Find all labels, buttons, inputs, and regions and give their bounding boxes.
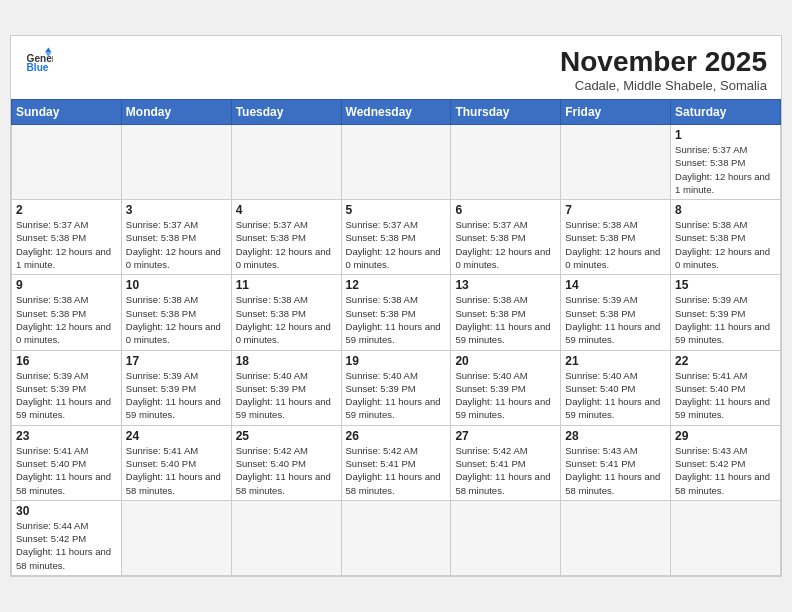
- day-info: Sunrise: 5:38 AM Sunset: 5:38 PM Dayligh…: [16, 293, 117, 346]
- day-cell: 9Sunrise: 5:38 AM Sunset: 5:38 PM Daylig…: [12, 275, 122, 350]
- day-cell: 24Sunrise: 5:41 AM Sunset: 5:40 PM Dayli…: [121, 425, 231, 500]
- day-cell: 15Sunrise: 5:39 AM Sunset: 5:39 PM Dayli…: [671, 275, 781, 350]
- day-number: 4: [236, 203, 337, 217]
- day-number: 2: [16, 203, 117, 217]
- week-row-5: 30Sunrise: 5:44 AM Sunset: 5:42 PM Dayli…: [12, 500, 781, 575]
- day-cell: 21Sunrise: 5:40 AM Sunset: 5:40 PM Dayli…: [561, 350, 671, 425]
- day-number: 17: [126, 354, 227, 368]
- day-number: 27: [455, 429, 556, 443]
- weekday-header-tuesday: Tuesday: [231, 99, 341, 124]
- day-cell: [341, 124, 451, 199]
- day-number: 21: [565, 354, 666, 368]
- day-info: Sunrise: 5:43 AM Sunset: 5:42 PM Dayligh…: [675, 444, 776, 497]
- day-info: Sunrise: 5:38 AM Sunset: 5:38 PM Dayligh…: [126, 293, 227, 346]
- day-cell: 22Sunrise: 5:41 AM Sunset: 5:40 PM Dayli…: [671, 350, 781, 425]
- day-number: 10: [126, 278, 227, 292]
- calendar-header: General Blue November 2025 Cadale, Middl…: [11, 36, 781, 99]
- calendar-body: 1Sunrise: 5:37 AM Sunset: 5:38 PM Daylig…: [12, 124, 781, 575]
- day-cell: 14Sunrise: 5:39 AM Sunset: 5:38 PM Dayli…: [561, 275, 671, 350]
- day-info: Sunrise: 5:39 AM Sunset: 5:38 PM Dayligh…: [565, 293, 666, 346]
- day-info: Sunrise: 5:38 AM Sunset: 5:38 PM Dayligh…: [565, 218, 666, 271]
- svg-marker-2: [45, 47, 51, 52]
- day-cell: 12Sunrise: 5:38 AM Sunset: 5:38 PM Dayli…: [341, 275, 451, 350]
- day-info: Sunrise: 5:42 AM Sunset: 5:41 PM Dayligh…: [455, 444, 556, 497]
- day-number: 24: [126, 429, 227, 443]
- day-number: 1: [675, 128, 776, 142]
- day-cell: 26Sunrise: 5:42 AM Sunset: 5:41 PM Dayli…: [341, 425, 451, 500]
- day-cell: [671, 500, 781, 575]
- day-cell: 23Sunrise: 5:41 AM Sunset: 5:40 PM Dayli…: [12, 425, 122, 500]
- day-cell: [561, 124, 671, 199]
- logo-icon: General Blue: [25, 46, 53, 74]
- day-cell: 1Sunrise: 5:37 AM Sunset: 5:38 PM Daylig…: [671, 124, 781, 199]
- day-cell: 27Sunrise: 5:42 AM Sunset: 5:41 PM Dayli…: [451, 425, 561, 500]
- day-info: Sunrise: 5:43 AM Sunset: 5:41 PM Dayligh…: [565, 444, 666, 497]
- day-info: Sunrise: 5:41 AM Sunset: 5:40 PM Dayligh…: [126, 444, 227, 497]
- day-info: Sunrise: 5:37 AM Sunset: 5:38 PM Dayligh…: [126, 218, 227, 271]
- day-number: 25: [236, 429, 337, 443]
- day-info: Sunrise: 5:39 AM Sunset: 5:39 PM Dayligh…: [126, 369, 227, 422]
- day-info: Sunrise: 5:37 AM Sunset: 5:38 PM Dayligh…: [346, 218, 447, 271]
- calendar-container: General Blue November 2025 Cadale, Middl…: [10, 35, 782, 577]
- week-row-3: 16Sunrise: 5:39 AM Sunset: 5:39 PM Dayli…: [12, 350, 781, 425]
- day-cell: [12, 124, 122, 199]
- day-info: Sunrise: 5:39 AM Sunset: 5:39 PM Dayligh…: [16, 369, 117, 422]
- day-number: 26: [346, 429, 447, 443]
- day-number: 16: [16, 354, 117, 368]
- day-cell: [231, 124, 341, 199]
- day-cell: [121, 500, 231, 575]
- day-cell: 19Sunrise: 5:40 AM Sunset: 5:39 PM Dayli…: [341, 350, 451, 425]
- day-number: 30: [16, 504, 117, 518]
- day-number: 29: [675, 429, 776, 443]
- day-cell: 18Sunrise: 5:40 AM Sunset: 5:39 PM Dayli…: [231, 350, 341, 425]
- day-cell: 25Sunrise: 5:42 AM Sunset: 5:40 PM Dayli…: [231, 425, 341, 500]
- day-number: 7: [565, 203, 666, 217]
- svg-text:Blue: Blue: [27, 62, 49, 73]
- day-number: 14: [565, 278, 666, 292]
- day-cell: 4Sunrise: 5:37 AM Sunset: 5:38 PM Daylig…: [231, 200, 341, 275]
- day-cell: [451, 124, 561, 199]
- day-cell: 6Sunrise: 5:37 AM Sunset: 5:38 PM Daylig…: [451, 200, 561, 275]
- day-cell: [121, 124, 231, 199]
- month-title: November 2025: [560, 46, 767, 78]
- day-info: Sunrise: 5:38 AM Sunset: 5:38 PM Dayligh…: [455, 293, 556, 346]
- week-row-0: 1Sunrise: 5:37 AM Sunset: 5:38 PM Daylig…: [12, 124, 781, 199]
- day-info: Sunrise: 5:41 AM Sunset: 5:40 PM Dayligh…: [675, 369, 776, 422]
- day-info: Sunrise: 5:39 AM Sunset: 5:39 PM Dayligh…: [675, 293, 776, 346]
- day-number: 15: [675, 278, 776, 292]
- day-cell: 28Sunrise: 5:43 AM Sunset: 5:41 PM Dayli…: [561, 425, 671, 500]
- day-number: 8: [675, 203, 776, 217]
- day-cell: 10Sunrise: 5:38 AM Sunset: 5:38 PM Dayli…: [121, 275, 231, 350]
- day-info: Sunrise: 5:40 AM Sunset: 5:39 PM Dayligh…: [236, 369, 337, 422]
- day-cell: 8Sunrise: 5:38 AM Sunset: 5:38 PM Daylig…: [671, 200, 781, 275]
- day-cell: 29Sunrise: 5:43 AM Sunset: 5:42 PM Dayli…: [671, 425, 781, 500]
- day-info: Sunrise: 5:42 AM Sunset: 5:41 PM Dayligh…: [346, 444, 447, 497]
- day-cell: 5Sunrise: 5:37 AM Sunset: 5:38 PM Daylig…: [341, 200, 451, 275]
- day-cell: [451, 500, 561, 575]
- week-row-4: 23Sunrise: 5:41 AM Sunset: 5:40 PM Dayli…: [12, 425, 781, 500]
- day-cell: 11Sunrise: 5:38 AM Sunset: 5:38 PM Dayli…: [231, 275, 341, 350]
- day-info: Sunrise: 5:37 AM Sunset: 5:38 PM Dayligh…: [16, 218, 117, 271]
- day-number: 12: [346, 278, 447, 292]
- day-info: Sunrise: 5:37 AM Sunset: 5:38 PM Dayligh…: [455, 218, 556, 271]
- day-info: Sunrise: 5:37 AM Sunset: 5:38 PM Dayligh…: [236, 218, 337, 271]
- day-cell: [231, 500, 341, 575]
- day-info: Sunrise: 5:38 AM Sunset: 5:38 PM Dayligh…: [675, 218, 776, 271]
- day-cell: 7Sunrise: 5:38 AM Sunset: 5:38 PM Daylig…: [561, 200, 671, 275]
- week-row-2: 9Sunrise: 5:38 AM Sunset: 5:38 PM Daylig…: [12, 275, 781, 350]
- weekday-header-row: SundayMondayTuesdayWednesdayThursdayFrid…: [12, 99, 781, 124]
- weekday-header-saturday: Saturday: [671, 99, 781, 124]
- day-info: Sunrise: 5:40 AM Sunset: 5:39 PM Dayligh…: [346, 369, 447, 422]
- day-info: Sunrise: 5:40 AM Sunset: 5:40 PM Dayligh…: [565, 369, 666, 422]
- day-info: Sunrise: 5:44 AM Sunset: 5:42 PM Dayligh…: [16, 519, 117, 572]
- weekday-header-sunday: Sunday: [12, 99, 122, 124]
- day-number: 3: [126, 203, 227, 217]
- day-number: 22: [675, 354, 776, 368]
- day-cell: 30Sunrise: 5:44 AM Sunset: 5:42 PM Dayli…: [12, 500, 122, 575]
- location-subtitle: Cadale, Middle Shabele, Somalia: [560, 78, 767, 93]
- day-info: Sunrise: 5:38 AM Sunset: 5:38 PM Dayligh…: [236, 293, 337, 346]
- day-cell: [561, 500, 671, 575]
- weekday-header-monday: Monday: [121, 99, 231, 124]
- day-cell: 16Sunrise: 5:39 AM Sunset: 5:39 PM Dayli…: [12, 350, 122, 425]
- calendar-table: SundayMondayTuesdayWednesdayThursdayFrid…: [11, 99, 781, 576]
